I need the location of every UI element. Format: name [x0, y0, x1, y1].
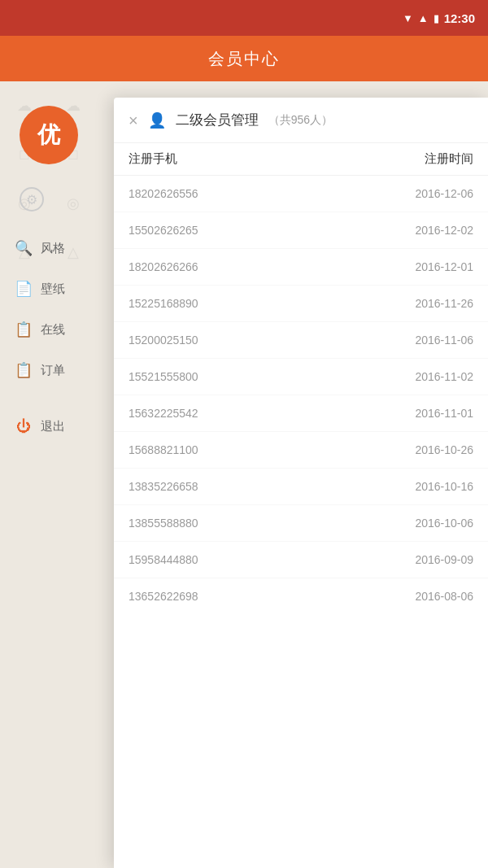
table-row[interactable]: 136526226982016-08-06	[114, 578, 488, 614]
sidebar-item-online[interactable]: 📋 在线	[0, 309, 106, 350]
settings-circle: ⚙	[20, 187, 44, 212]
cell-phone: 13835226658	[129, 480, 301, 493]
cell-phone: 18202626556	[129, 187, 301, 200]
cell-phone: 15632225542	[129, 407, 301, 420]
modal-title: 二级会员管理	[176, 111, 259, 129]
cell-date: 2016-11-26	[301, 297, 473, 310]
cell-date: 2016-12-01	[301, 260, 473, 273]
cell-date: 2016-11-01	[301, 407, 473, 420]
sidebar-item-label: 订单	[41, 363, 65, 378]
wallpaper-icon: 📄	[15, 280, 33, 298]
sidebar-item-style[interactable]: 🔍 风格	[0, 228, 106, 268]
table-row[interactable]: 156322255422016-11-01	[114, 395, 488, 432]
sidebar-item-label: 在线	[41, 322, 65, 338]
table-row[interactable]: 182026265562016-12-06	[114, 176, 488, 212]
sidebar-item-orders[interactable]: 📋 订单	[0, 350, 106, 390]
table-row[interactable]: 138555888802016-10-06	[114, 505, 488, 542]
cell-phone: 15521555800	[129, 370, 301, 383]
modal-panel: × 👤 二级会员管理 （共956人） 注册手机 注册时间 18202626556…	[114, 98, 488, 868]
page-title: 会员中心	[208, 48, 280, 70]
cell-date: 2016-08-06	[301, 590, 473, 603]
cell-phone: 15958444880	[129, 553, 301, 566]
cell-date: 2016-10-26	[301, 443, 473, 456]
table-row[interactable]: 152000251502016-11-06	[114, 322, 488, 359]
cell-date: 2016-10-16	[301, 480, 473, 493]
sidebar-item-logout[interactable]: ⏻ 退出	[0, 407, 106, 447]
wifi-icon: ▼	[403, 12, 413, 24]
sidebar-item-label: 退出	[41, 419, 65, 434]
cell-date: 2016-12-06	[301, 187, 473, 200]
close-button[interactable]: ×	[129, 112, 138, 129]
table-header: 注册手机 注册时间	[114, 143, 488, 176]
cell-date: 2016-11-02	[301, 370, 473, 383]
cell-date: 2016-10-06	[301, 517, 473, 530]
signal-icon: ▲	[418, 12, 429, 24]
modal-subtitle: （共956人）	[268, 113, 333, 128]
table-row[interactable]: 138352266582016-10-16	[114, 469, 488, 505]
sidebar-item-label: 壁纸	[41, 281, 65, 297]
cell-phone: 15688821100	[129, 443, 301, 456]
cell-phone: 13855588880	[129, 517, 301, 530]
orders-icon: 📋	[15, 361, 33, 379]
sidebar: 优 ⚙ 🔍 风格 📄 壁纸 📋 在线 📋 订单 ⏻ 退出	[0, 81, 114, 868]
sidebar-item-label: 风格	[41, 241, 65, 256]
cell-date: 2016-12-02	[301, 224, 473, 237]
cell-phone: 13652622698	[129, 590, 301, 603]
cell-phone: 15502626265	[129, 224, 301, 237]
table-row[interactable]: 182026262662016-12-01	[114, 249, 488, 286]
modal-header: × 👤 二级会员管理 （共956人）	[114, 98, 488, 143]
col-date-header: 注册时间	[301, 151, 473, 167]
search-icon: 🔍	[15, 239, 33, 257]
cell-date: 2016-09-09	[301, 553, 473, 566]
logout-icon: ⏻	[15, 418, 33, 435]
cell-phone: 15200025150	[129, 334, 301, 347]
battery-icon: ▮	[434, 12, 439, 24]
table-row[interactable]: 155026262652016-12-02	[114, 212, 488, 249]
main-area: ☁ ☁ ☁ ☁ ☁ ☁ ☁ ☁ ☁ ☁ □ □ □ □ □ □ □ □ □ □ …	[0, 81, 488, 868]
cell-date: 2016-11-06	[301, 334, 473, 347]
table-row[interactable]: 155215558002016-11-02	[114, 359, 488, 395]
online-icon: 📋	[15, 321, 33, 338]
status-bar: ▼ ▲ ▮ 12:30	[0, 0, 488, 36]
table-row[interactable]: 159584448802016-09-09	[114, 542, 488, 578]
app-header: 会员中心	[0, 36, 488, 81]
status-time: 12:30	[444, 11, 475, 25]
cell-phone: 18202626266	[129, 260, 301, 273]
col-phone-header: 注册手机	[129, 151, 301, 167]
cell-phone: 15225168890	[129, 297, 301, 310]
table-body: 182026265562016-12-06155026262652016-12-…	[114, 176, 488, 614]
table-row[interactable]: 156888211002016-10-26	[114, 432, 488, 469]
sidebar-item-wallpaper[interactable]: 📄 壁纸	[0, 268, 106, 309]
user-icon: 👤	[148, 111, 166, 129]
table-row[interactable]: 152251688902016-11-26	[114, 286, 488, 322]
members-table[interactable]: 注册手机 注册时间 182026265562016-12-06155026262…	[114, 143, 488, 868]
status-icons: ▼ ▲ ▮ 12:30	[403, 11, 475, 25]
avatar: 优	[20, 106, 78, 164]
